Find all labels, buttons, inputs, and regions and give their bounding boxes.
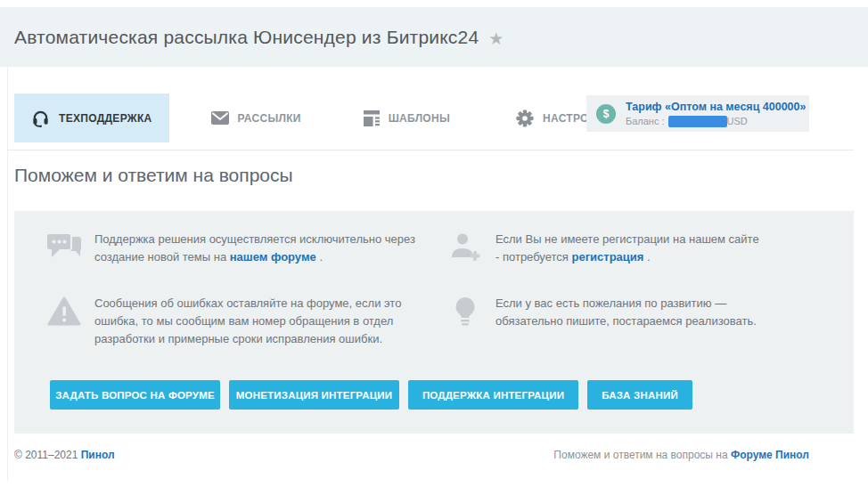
headset-icon bbox=[31, 109, 50, 127]
info-item-forum: Поддержка решения осуществляется исключи… bbox=[45, 231, 446, 266]
app-page: Автоматическая рассылка Юнисендер из Бит… bbox=[0, 0, 868, 495]
favorite-star-icon[interactable]: ★ bbox=[488, 28, 504, 49]
action-buttons-row: ЗАДАТЬ ВОПРОС НА ФОРУМЕ МОНЕТИЗАЦИЯ ИНТЕ… bbox=[50, 380, 692, 410]
tab-templates-label: ШАБЛОНЫ bbox=[389, 112, 450, 125]
tariff-text: Тариф «Оптом на месяц 400000» Баланс : U… bbox=[626, 101, 806, 127]
integration-support-button[interactable]: ПОДДЕРЖКА ИНТЕГРАЦИИ bbox=[408, 380, 578, 410]
money-icon: $ bbox=[596, 104, 616, 124]
forum-link[interactable]: нашем форуме bbox=[230, 250, 316, 264]
copyright-text: © 2011–2021 bbox=[14, 449, 81, 461]
tab-support-label: ТЕХПОДДЕРЖКА bbox=[59, 112, 152, 125]
tab-bar: ТЕХПОДДЕРЖКА РАССЫЛКИ ШАБ bbox=[14, 93, 628, 142]
footer-copyright: © 2011–2021 Пинол bbox=[14, 449, 115, 461]
left-edge-divider bbox=[7, 67, 8, 481]
info-text-forum: Поддержка решения осуществляется исключи… bbox=[94, 231, 424, 266]
template-icon bbox=[364, 110, 380, 126]
chat-bubbles-icon bbox=[45, 231, 84, 266]
tab-support[interactable]: ТЕХПОДДЕРЖКА bbox=[14, 93, 169, 142]
page-title: Автоматическая рассылка Юнисендер из Бит… bbox=[14, 27, 479, 48]
tab-mailings[interactable]: РАССЫЛКИ bbox=[194, 93, 318, 142]
info-grid: Поддержка решения осуществляется исключи… bbox=[45, 231, 763, 348]
info-text-errors-body: Сообщения об ошибках оставляйте на форум… bbox=[94, 296, 401, 345]
knowledge-base-button[interactable]: БАЗА ЗНАНИЙ bbox=[587, 380, 692, 410]
user-add-icon bbox=[446, 231, 485, 266]
pinol-forum-link[interactable]: Форуме Пинол bbox=[731, 449, 809, 461]
ask-question-button[interactable]: ЗАДАТЬ ВОПРОС НА ФОРУМЕ bbox=[50, 380, 220, 410]
balance-currency: USD bbox=[727, 116, 748, 126]
info-text-forum-tail: . bbox=[316, 250, 323, 264]
tab-mailings-label: РАССЫЛКИ bbox=[238, 112, 301, 125]
monetization-button[interactable]: МОНЕТИЗАЦИЯ ИНТЕГРАЦИИ bbox=[229, 380, 399, 410]
balance-label: Баланс : bbox=[626, 116, 665, 126]
info-text-errors: Сообщения об ошибках оставляйте на форум… bbox=[94, 295, 424, 348]
section-title: Поможем и ответим на вопросы bbox=[14, 165, 293, 186]
tariff-name-link[interactable]: Тариф «Оптом на месяц 400000» bbox=[626, 101, 806, 113]
info-item-wishes: Если у вас есть пожелания по развитию — … bbox=[446, 295, 763, 348]
tariff-box: $ Тариф «Оптом на месяц 400000» Баланс :… bbox=[586, 95, 809, 132]
footer-help: Поможем и ответим на вопросы на Форуме П… bbox=[553, 449, 809, 461]
tab-templates[interactable]: ШАБЛОНЫ bbox=[347, 93, 467, 142]
header: Автоматическая рассылка Юнисендер из Бит… bbox=[0, 7, 868, 67]
pinol-link[interactable]: Пинол bbox=[81, 449, 115, 461]
support-info-panel: Поддержка решения осуществляется исключи… bbox=[14, 211, 854, 434]
info-text-wishes-body: Если у вас есть пожелания по развитию — … bbox=[495, 296, 757, 328]
lightbulb-icon bbox=[446, 295, 485, 348]
gear-icon bbox=[516, 110, 534, 127]
warning-icon bbox=[45, 295, 84, 348]
footer-help-text: Поможем и ответим на вопросы на bbox=[553, 449, 731, 461]
info-item-registration: Если Вы не имеете регистрации на нашем с… bbox=[446, 231, 763, 266]
registration-link[interactable]: регистрация bbox=[571, 250, 643, 264]
envelope-icon bbox=[211, 111, 229, 125]
info-text-wishes: Если у вас есть пожелания по развитию — … bbox=[495, 295, 763, 348]
info-text-registration-tail: . bbox=[643, 250, 650, 264]
info-text-registration: Если Вы не имеете регистрации на нашем с… bbox=[495, 231, 763, 266]
balance-redaction bbox=[668, 116, 727, 127]
tab-section-divider bbox=[7, 150, 854, 150]
balance-line: Баланс : USD bbox=[626, 116, 806, 127]
info-item-errors: Сообщения об ошибках оставляйте на форум… bbox=[45, 295, 446, 348]
